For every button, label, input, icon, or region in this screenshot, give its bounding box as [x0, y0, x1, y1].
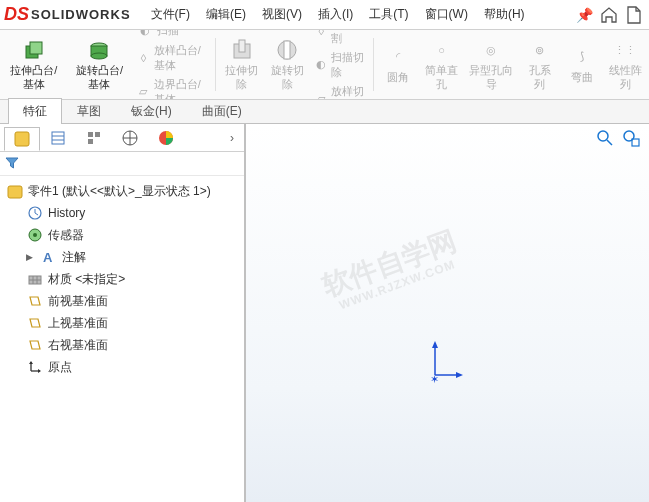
origin-triad: ✶ [425, 335, 465, 385]
loft-icon: ◊ [137, 50, 149, 66]
tree-root[interactable]: 零件1 (默认<<默认>_显示状态 1>) [2, 180, 242, 202]
ribbon-cut-small: ◊放样切割 ◐扫描切除 ▱放样切割 [311, 34, 369, 95]
filter-icon[interactable] [4, 155, 22, 173]
home-icon[interactable] [599, 5, 619, 25]
lpattern-button: ⋮⋮线性阵列 [604, 34, 647, 95]
cut-sweep-icon: ◐ [315, 57, 327, 73]
hole-series-button: ⊚孔系列 [520, 34, 560, 95]
cut-extrude-icon [230, 38, 254, 62]
hole-wizard-icon: ◎ [479, 38, 503, 62]
wrap-button: ⟆弯曲 [562, 34, 602, 95]
cut-loft-button: ◊放样切割 [311, 30, 369, 47]
menu-help[interactable]: 帮助(H) [476, 2, 533, 27]
svg-marker-38 [432, 341, 438, 348]
tree-right-plane[interactable]: 右视基准面 [2, 334, 242, 356]
graphics-area[interactable]: 软件自学网 WWW.RJZXW.COM ✶ [246, 124, 649, 502]
revolve-boss-button[interactable]: 旋转凸台/基体 [68, 34, 132, 95]
pin-icon[interactable]: 📌 [576, 7, 593, 23]
ribbon-boss-small: ◐扫描 ◊放样凸台/基体 ▱边界凸台/基体 [133, 34, 211, 95]
panel-tab-property[interactable] [40, 126, 76, 150]
tree-root-label: 零件1 (默认<<默认>_显示状态 1>) [28, 183, 211, 200]
menu-tools[interactable]: 工具(T) [361, 2, 416, 27]
shell-button: ◎异型孔向导 [465, 34, 517, 95]
workspace: › 零件1 (默认<<默认>_显示状态 1>) History 传感器 ▶ A … [0, 124, 649, 502]
tree-history[interactable]: History [2, 202, 242, 224]
sweep-icon: ◐ [137, 30, 153, 39]
menu-insert[interactable]: 插入(I) [310, 2, 361, 27]
watermark: 软件自学网 WWW.RJZXW.COM [318, 226, 465, 315]
menu-items: 文件(F) 编辑(E) 视图(V) 插入(I) 工具(T) 窗口(W) 帮助(H… [143, 2, 533, 27]
panel-chevron-right-icon[interactable]: › [224, 131, 240, 145]
origin-icon [26, 358, 44, 376]
tab-surface[interactable]: 曲面(E) [187, 98, 257, 124]
cut-extrude-button: 拉伸切除 [220, 34, 263, 95]
cut-boundary-button: ▱放样切割 [311, 83, 369, 101]
menu-window[interactable]: 窗口(W) [417, 2, 476, 27]
revolve-icon [87, 38, 111, 62]
plane-icon [26, 292, 44, 310]
panel-tab-config[interactable] [76, 126, 112, 150]
extrude-icon [22, 38, 46, 62]
svg-marker-31 [29, 361, 33, 364]
panel-tab-dimxpert[interactable] [112, 126, 148, 150]
cut-revolve-button: 旋转切除 [266, 34, 309, 95]
svg-text:✶: ✶ [430, 373, 439, 385]
lpattern-icon: ⋮⋮ [613, 38, 637, 62]
tree-material[interactable]: 材质 <未指定> [2, 268, 242, 290]
menu-edit[interactable]: 编辑(E) [198, 2, 254, 27]
tab-sketch[interactable]: 草图 [62, 98, 116, 124]
feature-tree: 零件1 (默认<<默认>_显示状态 1>) History 传感器 ▶ A 注解… [0, 176, 244, 382]
feature-manager-panel: › 零件1 (默认<<默认>_显示状态 1>) History 传感器 ▶ A … [0, 124, 246, 502]
menu-file[interactable]: 文件(F) [143, 2, 198, 27]
tree-front-plane[interactable]: 前视基准面 [2, 290, 242, 312]
tree-annotations[interactable]: ▶ A 注解 [2, 246, 242, 268]
svg-rect-10 [52, 132, 64, 144]
menubar: DS SOLIDWORKS 文件(F) 编辑(E) 视图(V) 插入(I) 工具… [0, 0, 649, 30]
hole-series-icon: ⊚ [528, 38, 552, 62]
material-icon [26, 270, 44, 288]
zoom-area-icon[interactable] [621, 128, 641, 148]
svg-rect-1 [30, 42, 42, 54]
ribbon-separator [215, 38, 216, 91]
part-icon [6, 182, 24, 200]
cut-revolve-icon [275, 38, 299, 62]
boundary-button: ▱边界凸台/基体 [133, 76, 211, 101]
fillet-button: ◜圆角 [378, 34, 418, 95]
document-icon[interactable] [625, 5, 643, 25]
tab-sheetmetal[interactable]: 钣金(H) [116, 98, 187, 124]
extrude-label: 拉伸凸台/基体 [6, 64, 62, 90]
annotations-icon: A [40, 248, 58, 266]
fillet-icon: ◜ [386, 45, 410, 69]
expand-icon[interactable]: ▶ [26, 252, 36, 262]
sensors-icon [26, 226, 44, 244]
panel-tab-row: › [0, 124, 244, 152]
zoom-fit-icon[interactable] [595, 128, 615, 148]
app-logo: DS SOLIDWORKS [4, 4, 131, 25]
menu-view[interactable]: 视图(V) [254, 2, 310, 27]
command-tabstrip: 特征 草图 钣金(H) 曲面(E) [0, 100, 649, 124]
filter-row [0, 152, 244, 176]
tree-top-plane[interactable]: 上视基准面 [2, 312, 242, 334]
plane-icon [26, 314, 44, 332]
extrude-boss-button[interactable]: 拉伸凸台/基体 [2, 34, 66, 95]
menubar-right: 📌 [576, 5, 643, 25]
svg-rect-8 [284, 41, 290, 59]
svg-point-33 [598, 131, 608, 141]
panel-tab-display[interactable] [148, 126, 184, 150]
cut-sweep-button: ◐扫描切除 [311, 49, 369, 81]
cut-boundary-icon: ▱ [315, 91, 327, 101]
plane-icon [26, 336, 44, 354]
tree-sensors[interactable]: 传感器 [2, 224, 242, 246]
tree-origin[interactable]: 原点 [2, 356, 242, 378]
chamfer-button: ○简单直孔 [420, 34, 463, 95]
panel-tab-feature-tree[interactable] [4, 127, 40, 151]
svg-rect-14 [95, 132, 100, 137]
history-icon [26, 204, 44, 222]
svg-rect-6 [239, 40, 245, 52]
svg-rect-9 [15, 132, 29, 146]
loft-button: ◊放样凸台/基体 [133, 42, 211, 74]
tab-feature[interactable]: 特征 [8, 98, 62, 124]
svg-marker-32 [38, 369, 41, 373]
svg-rect-20 [8, 186, 22, 198]
ribbon: 拉伸凸台/基体 旋转凸台/基体 ◐扫描 ◊放样凸台/基体 ▱边界凸台/基体 拉伸… [0, 30, 649, 100]
